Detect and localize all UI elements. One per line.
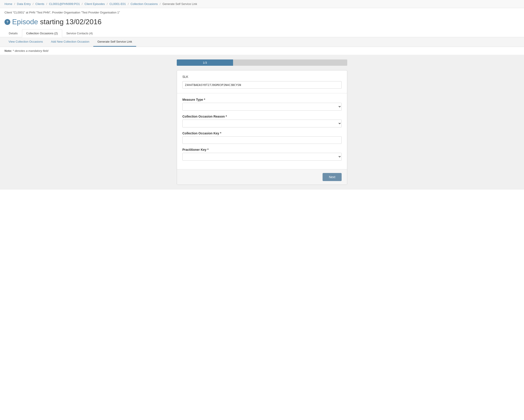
progress-label: 1/3 [203,61,207,64]
collection-occasion-reason-select[interactable] [182,120,342,127]
measure-type-select[interactable] [182,103,342,111]
measure-type-group: Measure Type * [182,98,342,111]
practitioner-key-group: Practitioner Key * [182,148,342,161]
form-card: SLK Measure Type * Collection Occasion R… [177,70,347,185]
practitioner-key-select[interactable] [182,153,342,161]
progress-fill: 1/3 [177,60,233,66]
help-icon[interactable]: ? [4,19,10,25]
slk-label: SLK [182,75,342,79]
tabs-bar: Details Collection Occasions (2) Service… [0,29,524,37]
tab-details[interactable]: Details [4,29,22,37]
progress-container: 1/3 [177,60,347,66]
slk-section: SLK [177,70,347,93]
breadcrumb: Home / Data Entry / Clients / CL0001@PHN… [0,0,524,8]
episode-title: Episode starting 13/02/2016 [12,18,102,26]
next-button[interactable]: Next [323,173,342,181]
sub-nav: View Collection Occasions Add New Collec… [0,37,524,47]
collection-occasion-key-label: Collection Occasion Key * [182,131,342,135]
breadcrumb-client-episodes[interactable]: Client Episodes [85,2,105,6]
note-text: * denotes a mandatory field [13,49,48,52]
note-bar: Note: * denotes a mandatory field [0,47,524,55]
tab-collection-occasions[interactable]: Collection Occasions (2) [22,29,62,37]
measure-type-label: Measure Type * [182,98,342,101]
episode-heading: ? Episode starting 13/02/2016 [0,16,524,29]
collection-occasion-key-group: Collection Occasion Key * [182,131,342,144]
slk-value [182,81,342,89]
sub-nav-add[interactable]: Add New Collection Occasion [47,37,93,47]
collection-occasion-reason-group: Collection Occasion Reason * [182,115,342,127]
tab-service-contacts[interactable]: Service Contacts (4) [62,29,97,37]
form-footer: Next [177,169,347,185]
main-content: 1/3 SLK Measure Type * Collection Occasi… [0,55,524,190]
sub-nav-generate[interactable]: Generate Self Service Link [93,37,136,47]
practitioner-key-label: Practitioner Key * [182,148,342,151]
breadcrumb-clients[interactable]: Clients [35,2,44,6]
breadcrumb-home[interactable]: Home [4,2,12,6]
episode-title-rest: starting 13/02/2016 [38,18,102,26]
client-info: Client "CL0001" at PHN "Test PHN", Provi… [0,8,524,16]
breadcrumb-client-id[interactable]: CL0001@PHN999:PO1 [49,2,80,6]
breadcrumb-current: Generate Self Service Link [162,2,197,6]
collection-occasion-key-input[interactable] [182,136,342,144]
breadcrumb-collection-occasions[interactable]: Collection Occasions [131,2,158,6]
note-prefix: Note: [4,49,13,52]
breadcrumb-data-entry[interactable]: Data Entry [17,2,31,6]
episode-link[interactable]: Episode [12,18,38,26]
breadcrumb-episode-id[interactable]: CL0001-E01 [109,2,126,6]
progress-track: 1/3 [177,60,347,66]
sub-nav-view[interactable]: View Collection Occasions [4,37,47,47]
form-section: Measure Type * Collection Occasion Reaso… [177,93,347,169]
collection-occasion-reason-label: Collection Occasion Reason * [182,115,342,118]
